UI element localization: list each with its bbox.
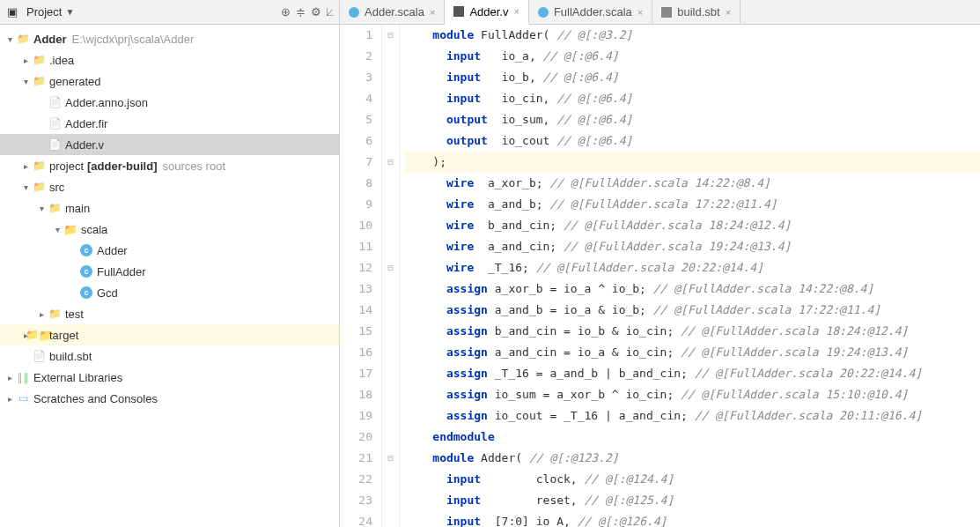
file-icon xyxy=(48,116,62,130)
tree-item-scala-gcd[interactable]: ▸ c Gcd xyxy=(0,282,339,303)
folder-icon: 📁 xyxy=(32,328,46,342)
tree-item-external-libs[interactable]: ▸ External Libraries xyxy=(0,367,339,388)
tree-item-anno-json[interactable]: ▸ Adder.anno.json xyxy=(0,92,339,113)
close-icon[interactable]: × xyxy=(637,7,643,18)
tree-item-target[interactable]: ▸ 📁 target xyxy=(0,324,339,345)
tree-item-scratches[interactable]: ▸ Scratches and Consoles xyxy=(0,388,339,409)
tree-item-src[interactable]: ▾ src xyxy=(0,176,339,197)
folder-icon xyxy=(32,159,46,173)
scratch-icon xyxy=(16,391,30,405)
scala-icon xyxy=(349,7,359,18)
folder-icon xyxy=(32,53,46,67)
folder-icon xyxy=(32,74,46,88)
folder-icon xyxy=(32,180,46,194)
project-tree[interactable]: ▾ Adder E:\wjcdx\prj\scala\Adder ▸ .idea… xyxy=(0,25,339,527)
library-icon xyxy=(16,370,30,384)
close-icon[interactable]: × xyxy=(513,6,519,17)
tree-item-test[interactable]: ▸ test xyxy=(0,303,339,324)
project-sidebar: ▣ Project ▼ ⊕ ≑ ⚙ ⟀ ▾ Adder E:\wjcdx\prj… xyxy=(0,0,340,527)
folder-icon: 📁 xyxy=(63,222,77,236)
tab-fulladder-scala[interactable]: FullAdder.scala× xyxy=(529,0,652,24)
tree-item-generated[interactable]: ▾ generated xyxy=(0,71,339,92)
verilog-icon xyxy=(453,6,464,17)
tree-item-scala-adder[interactable]: ▸ c Adder xyxy=(0,240,339,261)
project-dropdown[interactable]: Project xyxy=(26,5,62,19)
expand-icon[interactable]: ≑ xyxy=(296,5,306,19)
tree-root[interactable]: ▾ Adder E:\wjcdx\prj\scala\Adder xyxy=(0,28,339,49)
file-icon xyxy=(48,137,62,152)
tree-item-adder-v[interactable]: ▸ Adder.v xyxy=(0,134,339,155)
tree-item-adder-fir[interactable]: ▸ Adder.fir xyxy=(0,113,339,134)
sidebar-header: ▣ Project ▼ ⊕ ≑ ⚙ ⟀ xyxy=(0,0,339,25)
tab-label: build.sbt xyxy=(677,5,719,19)
gear-icon[interactable]: ⚙ xyxy=(311,5,321,19)
folder-icon xyxy=(48,201,62,215)
project-icon: ▣ xyxy=(5,5,19,19)
tab-label: Adder.v xyxy=(469,5,508,19)
tree-item-scala[interactable]: ▾ 📁 scala xyxy=(0,219,339,240)
code-editor[interactable]: 123456789101112131415161718192021222324 … xyxy=(340,25,980,527)
tree-item-idea[interactable]: ▸ .idea xyxy=(0,49,339,71)
line-number-gutter: 123456789101112131415161718192021222324 xyxy=(340,25,382,527)
tab-adder-v[interactable]: Adder.v× xyxy=(445,0,529,25)
tab-adder-scala[interactable]: Adder.scala× xyxy=(340,0,445,24)
scala-class-icon: c xyxy=(79,286,93,300)
file-icon xyxy=(32,349,46,363)
scala-class-icon: c xyxy=(79,264,93,278)
folder-icon xyxy=(16,32,30,46)
folder-icon xyxy=(48,307,62,321)
editor-pane: Adder.scala×Adder.v×FullAdder.scala×buil… xyxy=(340,0,980,527)
tree-item-scala-fulladder[interactable]: ▸ c FullAdder xyxy=(0,261,339,282)
locate-icon[interactable]: ⊕ xyxy=(281,5,291,19)
tree-item-project[interactable]: ▸ project [adder-build] sources root xyxy=(0,155,339,176)
chevron-down-icon[interactable]: ▼ xyxy=(65,7,74,17)
close-icon[interactable]: × xyxy=(726,7,731,18)
code-content[interactable]: module FullAdder( // @[:@3.2] input io_a… xyxy=(400,25,980,527)
editor-tabs: Adder.scala×Adder.v×FullAdder.scala×buil… xyxy=(340,0,980,25)
close-icon[interactable]: × xyxy=(430,7,435,18)
tab-label: Adder.scala xyxy=(365,5,424,19)
collapse-icon[interactable]: ⟀ xyxy=(327,5,334,19)
fold-gutter[interactable]: ⊟⊟⊟⊟ xyxy=(382,25,400,527)
tab-label: FullAdder.scala xyxy=(554,5,632,19)
tree-item-main[interactable]: ▾ main xyxy=(0,197,339,219)
tab-build-sbt[interactable]: build.sbt× xyxy=(652,0,741,24)
file-icon xyxy=(48,95,62,109)
sbt-icon xyxy=(661,7,672,18)
tree-item-build-sbt[interactable]: ▸ build.sbt xyxy=(0,345,339,367)
scala-class-icon: c xyxy=(79,243,93,257)
scala-icon xyxy=(538,7,549,18)
